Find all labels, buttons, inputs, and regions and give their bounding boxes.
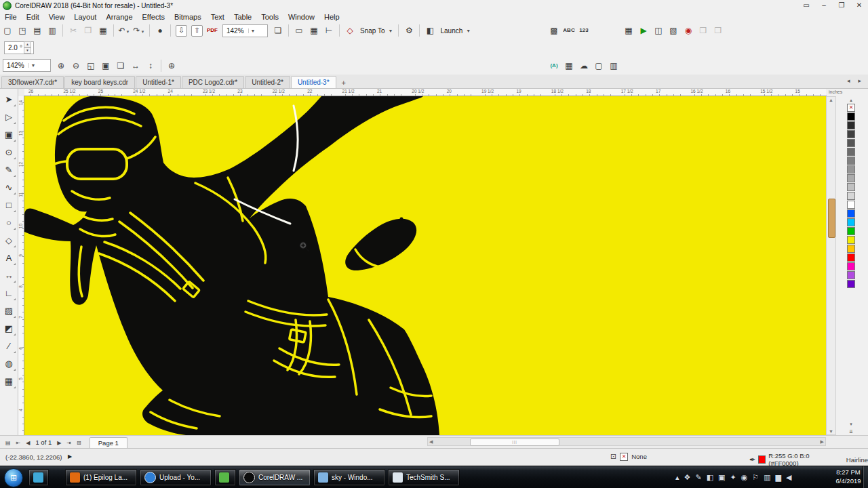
menu-window[interactable]: Window — [283, 12, 319, 22]
launch-dropdown[interactable]: Launch▼ — [437, 24, 473, 37]
menu-tools[interactable]: Tools — [256, 12, 283, 22]
horizontal-scrollbar[interactable]: ◀ ||| ▶ — [427, 437, 826, 446]
menu-effects[interactable]: Effects — [138, 12, 170, 22]
mesh-fill-tool[interactable]: ▦ — [1, 373, 17, 390]
paste-icon[interactable]: ▦ — [96, 24, 110, 37]
color-swatch[interactable] — [847, 174, 855, 182]
palette-flyout[interactable]: ⇊ — [845, 428, 857, 435]
undo-icon[interactable]: ↶▼ — [117, 24, 131, 37]
color-swatch[interactable] — [847, 218, 855, 226]
color-swatch[interactable] — [847, 262, 855, 270]
launch-icon[interactable]: ◧ — [423, 24, 437, 37]
snap-options-icon[interactable]: ◇ — [343, 24, 357, 37]
document-tab[interactable]: key board keys.cdr — [64, 76, 135, 88]
vertical-scroll-thumb[interactable] — [828, 199, 835, 238]
chevron-down-icon[interactable]: ▼ — [141, 30, 145, 34]
zoom-levels-combo[interactable]: 142%▼ — [222, 24, 268, 37]
zoom-selected-icon[interactable]: ◱ — [84, 59, 98, 73]
drop-shadow-tool[interactable]: ▨ — [1, 302, 17, 320]
scroll-left-arrow[interactable]: ◀ — [429, 438, 433, 445]
maximize-button[interactable]: ❐ — [833, 0, 850, 12]
polygon-tool[interactable]: ◇ — [1, 232, 17, 249]
zoom-in-icon[interactable]: ⊕ — [54, 59, 68, 73]
taskbar-item-upload[interactable]: Upload - Yo... — [140, 469, 212, 486]
scroll-right-arrow[interactable]: ▶ — [821, 438, 824, 445]
cloud-icon[interactable]: ☁ — [577, 59, 591, 73]
drawing-canvas[interactable] — [24, 96, 826, 435]
taskbar-pinned-app[interactable] — [28, 469, 49, 486]
display-color-icon[interactable]: ⊡ — [610, 452, 616, 461]
menu-edit[interactable]: Edit — [22, 12, 44, 22]
color-swatch[interactable] — [847, 130, 855, 138]
chevron-down-icon[interactable]: ▼ — [28, 63, 36, 68]
show-rulers-icon[interactable]: ▭ — [292, 24, 306, 37]
print-icon[interactable]: ▥ — [45, 24, 59, 37]
document-tab[interactable]: Untitled-3* — [291, 76, 336, 88]
align-distribute-icon[interactable]: ▩ — [547, 24, 561, 37]
run-macro-icon[interactable]: ▶ — [637, 24, 650, 37]
taskbar-item-epilog[interactable]: (1) Epilog La... — [65, 469, 137, 486]
interactive-fill-tool[interactable]: ◍ — [1, 355, 17, 373]
comments-icon[interactable]: ▢ — [592, 59, 606, 73]
page-tab[interactable]: Page 1 — [90, 437, 127, 448]
scroll-down-arrow[interactable]: ▼ — [827, 429, 835, 434]
zoom-levels-combo-2[interactable]: 142%▼ — [3, 59, 51, 72]
duplicate-icon[interactable]: ◫ — [652, 24, 665, 37]
new-document-icon[interactable]: ▢ — [1, 24, 14, 37]
color-swatch[interactable] — [847, 227, 855, 235]
color-swatch[interactable] — [847, 121, 855, 129]
rectangle-tool[interactable]: □ — [1, 197, 17, 214]
outline-color-swatch[interactable] — [758, 455, 766, 464]
color-swatch[interactable] — [847, 245, 855, 253]
zoom-all-objects-icon[interactable]: ▣ — [99, 59, 113, 73]
color-swatch[interactable] — [847, 253, 855, 262]
document-tab[interactable]: Untitled-2* — [245, 76, 290, 88]
tray-app-2-icon[interactable]: ✎ — [695, 473, 701, 482]
color-swatch[interactable] — [847, 148, 855, 156]
show-guidelines-icon[interactable]: ⊢ — [322, 24, 336, 37]
menu-file[interactable]: File — [0, 12, 22, 22]
volume-icon[interactable]: ◀ — [786, 473, 791, 482]
start-button[interactable]: ⊞ — [4, 468, 23, 487]
taskbar-item-sky[interactable]: sky - Windo... — [313, 469, 385, 486]
zoom-page-width-icon[interactable]: ↔ — [129, 59, 142, 73]
power-icon[interactable]: ▥ — [764, 473, 770, 482]
color-swatch[interactable] — [847, 139, 855, 147]
tray-app-5-icon[interactable]: ✦ — [730, 473, 736, 482]
page-sorter-icon[interactable]: ▥ — [607, 59, 620, 73]
close-button[interactable]: ✕ — [850, 0, 868, 12]
export-icon[interactable]: ⇧ — [191, 25, 203, 37]
new-tab-button[interactable]: + — [337, 77, 351, 88]
color-swatch[interactable] — [847, 209, 855, 218]
crop-tool[interactable]: ▣ — [1, 126, 17, 144]
tray-app-4-icon[interactable]: ▣ — [718, 473, 725, 482]
corel-connect-icon[interactable]: ● — [153, 24, 167, 37]
options-gear-icon[interactable]: ⚙ — [402, 24, 416, 37]
color-swatch[interactable] — [847, 280, 855, 288]
dimension-tool[interactable]: ↔ — [1, 267, 17, 285]
menu-table[interactable]: Table — [229, 12, 256, 22]
document-tab[interactable]: Untitled-1* — [136, 76, 181, 88]
first-page-button[interactable]: ⇤ — [14, 440, 24, 446]
import-icon[interactable]: ⇩ — [176, 25, 187, 37]
add-page-button[interactable]: ⊞ — [74, 440, 84, 446]
tray-app-6-icon[interactable]: ◉ — [741, 473, 748, 482]
tray-app-3-icon[interactable]: ◧ — [707, 473, 713, 482]
fill-none-swatch[interactable]: ✕ — [620, 453, 628, 461]
copy-icon[interactable]: ❐ — [81, 24, 95, 37]
tab-scroll-left-button[interactable]: ◂ — [843, 76, 854, 85]
eyedropper-tool[interactable]: ∕ — [1, 338, 17, 355]
angle-field[interactable]: 2.0 ° ▲▼ — [4, 41, 34, 54]
no-color-swatch[interactable]: ✕ — [847, 104, 855, 112]
menu-arrange[interactable]: Arrange — [101, 12, 137, 22]
taskbar-item-coreldraw[interactable]: CorelDRAW ... — [239, 469, 311, 486]
menu-text[interactable]: Text — [206, 12, 229, 22]
zoom-page-icon[interactable]: ❏ — [114, 59, 127, 73]
record-macro-icon[interactable]: ◉ — [682, 24, 695, 37]
angle-value[interactable]: 2.0 — [8, 44, 18, 52]
color-swatch[interactable] — [847, 165, 855, 174]
palette-scroll-down[interactable]: ▾ — [845, 420, 857, 428]
saved-scripts-icon[interactable]: ❒ — [696, 24, 710, 37]
redo-icon[interactable]: ↷▼ — [132, 24, 146, 37]
snap-to-dropdown[interactable]: Snap To▼ — [357, 24, 395, 37]
